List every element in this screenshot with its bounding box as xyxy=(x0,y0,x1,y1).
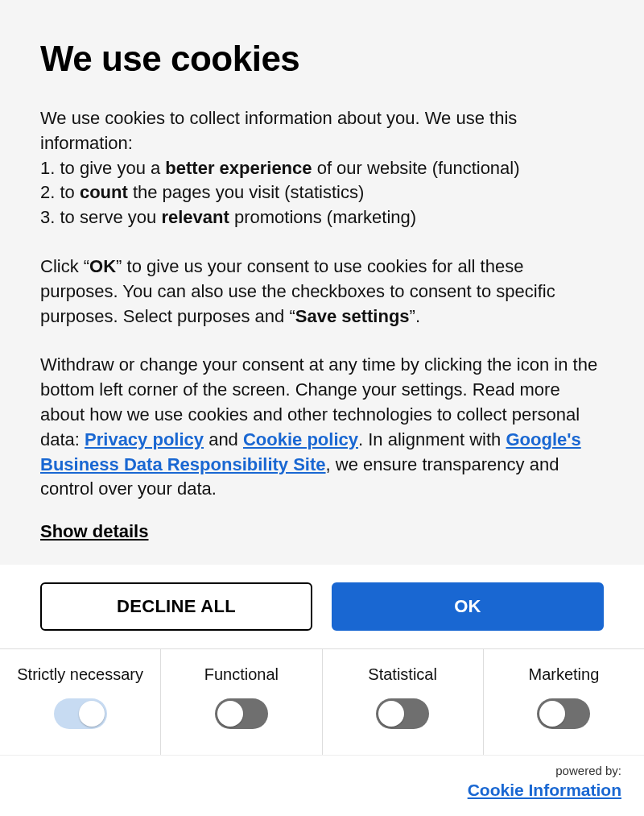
necessary-toggle xyxy=(54,698,107,729)
intro-2c: the pages you visit (statistics) xyxy=(128,182,364,202)
modal-body: We use cookies to collect information ab… xyxy=(40,106,604,502)
buttons-bar: DECLINE ALL OK xyxy=(0,565,644,648)
category-functional: Functional xyxy=(161,649,322,755)
withdraw-b: . In alignment with xyxy=(358,429,506,449)
intro-3b: relevant xyxy=(161,207,229,227)
consent-paragraph: Click “OK” to give us your consent to us… xyxy=(40,255,604,329)
category-label: Functional xyxy=(167,665,315,684)
intro-3c: promotions (marketing) xyxy=(229,207,416,227)
toggle-knob xyxy=(79,701,105,727)
category-statistical: Statistical xyxy=(323,649,484,755)
privacy-policy-link[interactable]: Privacy policy xyxy=(85,429,204,449)
show-details-link[interactable]: Show details xyxy=(40,521,148,542)
marketing-toggle[interactable] xyxy=(537,698,590,729)
toggle-knob xyxy=(539,701,565,727)
modal-content: We use cookies We use cookies to collect… xyxy=(0,0,644,565)
modal-footer: powered by: Cookie Information xyxy=(0,755,644,816)
statistical-toggle[interactable] xyxy=(376,698,429,729)
intro-3a: 3. to serve you xyxy=(40,207,161,227)
consent-d: Save settings xyxy=(295,306,410,326)
intro-2a: 2. to xyxy=(40,182,80,202)
decline-all-button[interactable]: DECLINE ALL xyxy=(40,582,312,631)
category-label: Strictly necessary xyxy=(6,665,154,684)
intro-1b: better experience xyxy=(165,158,312,178)
cookie-consent-modal: We use cookies We use cookies to collect… xyxy=(0,0,644,816)
category-label: Marketing xyxy=(490,665,638,684)
toggle-knob xyxy=(378,701,404,727)
functional-toggle[interactable] xyxy=(215,698,268,729)
category-necessary: Strictly necessary xyxy=(0,649,161,755)
withdraw-paragraph: Withdraw or change your consent at any t… xyxy=(40,353,604,502)
cookie-information-link[interactable]: Cookie Information xyxy=(468,781,621,799)
category-label: Statistical xyxy=(329,665,477,684)
intro-lead: We use cookies to collect information ab… xyxy=(40,108,517,153)
toggle-knob xyxy=(217,701,243,727)
cookie-policy-link[interactable]: Cookie policy xyxy=(243,429,358,449)
category-toggles: Strictly necessary Functional Statistica… xyxy=(0,648,644,755)
intro-paragraph: We use cookies to collect information ab… xyxy=(40,106,604,230)
intro-2b: count xyxy=(80,182,128,202)
intro-1c: of our website (functional) xyxy=(312,158,520,178)
consent-a: Click “ xyxy=(40,256,89,276)
powered-by-label: powered by: xyxy=(23,764,621,777)
modal-title: We use cookies xyxy=(40,39,604,79)
intro-1a: 1. to give you a xyxy=(40,158,165,178)
withdraw-and: and xyxy=(204,429,243,449)
category-marketing: Marketing xyxy=(484,649,644,755)
consent-b: OK xyxy=(89,256,116,276)
ok-button[interactable]: OK xyxy=(332,582,604,631)
consent-e: ”. xyxy=(410,306,420,326)
